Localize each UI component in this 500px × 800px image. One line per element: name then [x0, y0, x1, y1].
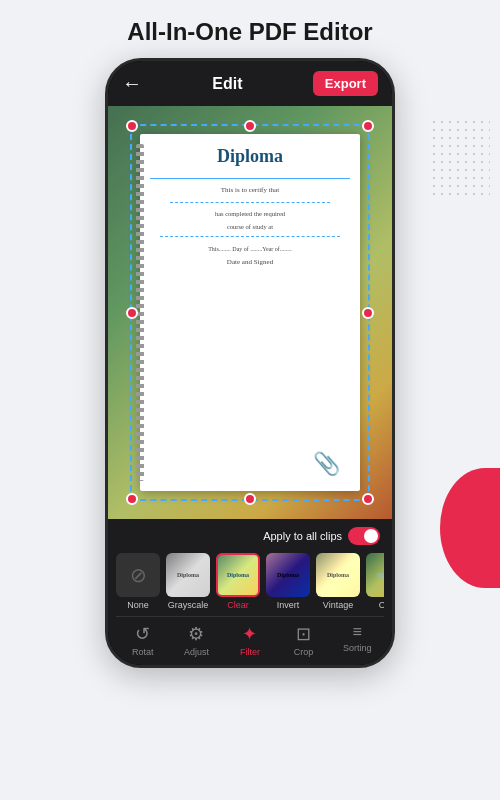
- export-button[interactable]: Export: [313, 71, 378, 96]
- back-button[interactable]: ←: [122, 72, 142, 95]
- handle-middle-right[interactable]: [362, 307, 374, 319]
- bottom-panel: Apply to all clips ⊘ None: [108, 519, 392, 665]
- selection-box[interactable]: [130, 124, 370, 501]
- bottom-toolbar: ↺ Rotat ⚙ Adjust ✦ Filter ⊡ Crop: [116, 616, 384, 661]
- toolbar-label-sorting: Sorting: [343, 643, 372, 653]
- toolbar-adjust[interactable]: ⚙ Adjust: [176, 623, 216, 657]
- page-title: All-In-One PDF Editor: [127, 0, 372, 58]
- filter-vintage[interactable]: Diploma Vintage: [316, 553, 360, 610]
- filter-thumb-grayscale: Diploma: [166, 553, 210, 597]
- filter-label-invert: Invert: [277, 600, 300, 610]
- filter-invert[interactable]: Diploma Invert: [266, 553, 310, 610]
- handle-top-right[interactable]: [362, 120, 374, 132]
- handle-bottom-right[interactable]: [362, 493, 374, 505]
- handle-bottom-center[interactable]: [244, 493, 256, 505]
- filter-icon: ✦: [242, 623, 257, 645]
- apply-row: Apply to all clips: [116, 527, 384, 545]
- handle-top-center[interactable]: [244, 120, 256, 132]
- filter-strip: ⊘ None Diploma Grayscale: [116, 553, 384, 610]
- toolbar-rotate[interactable]: ↺ Rotat: [123, 623, 163, 657]
- toolbar-sorting[interactable]: ≡ Sorting: [337, 623, 377, 657]
- apply-toggle[interactable]: [348, 527, 380, 545]
- filter-label-cine: Cine: [379, 600, 384, 610]
- toolbar-label-rotate: Rotat: [132, 647, 154, 657]
- dots-decoration: [430, 118, 490, 198]
- handle-bottom-left[interactable]: [126, 493, 138, 505]
- sorting-icon: ≡: [353, 623, 362, 641]
- handle-middle-left[interactable]: [126, 307, 138, 319]
- phone-frame: ← Edit Export: [105, 58, 395, 668]
- toolbar-label-filter: Filter: [240, 647, 260, 657]
- filter-none[interactable]: ⊘ None: [116, 553, 160, 610]
- filter-thumb-clear: Diploma: [216, 553, 260, 597]
- filter-label-clear: Clear: [227, 600, 249, 610]
- apply-label: Apply to all clips: [263, 530, 342, 542]
- filter-thumb-cine: Diploma: [366, 553, 384, 597]
- filter-thumb-invert: Diploma: [266, 553, 310, 597]
- edit-title: Edit: [212, 75, 242, 93]
- toolbar-crop[interactable]: ⊡ Crop: [284, 623, 324, 657]
- filter-thumb-vintage: Diploma: [316, 553, 360, 597]
- rotate-icon: ↺: [135, 623, 150, 645]
- document-viewer: Diploma This is to certify that has comp…: [108, 106, 392, 519]
- filter-label-grayscale: Grayscale: [168, 600, 209, 610]
- handle-top-left[interactable]: [126, 120, 138, 132]
- filter-clear[interactable]: Diploma Clear: [216, 553, 260, 610]
- filter-label-vintage: Vintage: [323, 600, 353, 610]
- filter-thumb-none: ⊘: [116, 553, 160, 597]
- toolbar-filter[interactable]: ✦ Filter: [230, 623, 270, 657]
- toolbar-label-adjust: Adjust: [184, 647, 209, 657]
- filter-grayscale[interactable]: Diploma Grayscale: [166, 553, 210, 610]
- adjust-icon: ⚙: [188, 623, 204, 645]
- filter-cine[interactable]: Diploma Cine: [366, 553, 384, 610]
- toolbar-label-crop: Crop: [294, 647, 314, 657]
- top-bar: ← Edit Export: [108, 61, 392, 106]
- decor-shape: [440, 468, 500, 588]
- crop-icon: ⊡: [296, 623, 311, 645]
- filter-label-none: None: [127, 600, 149, 610]
